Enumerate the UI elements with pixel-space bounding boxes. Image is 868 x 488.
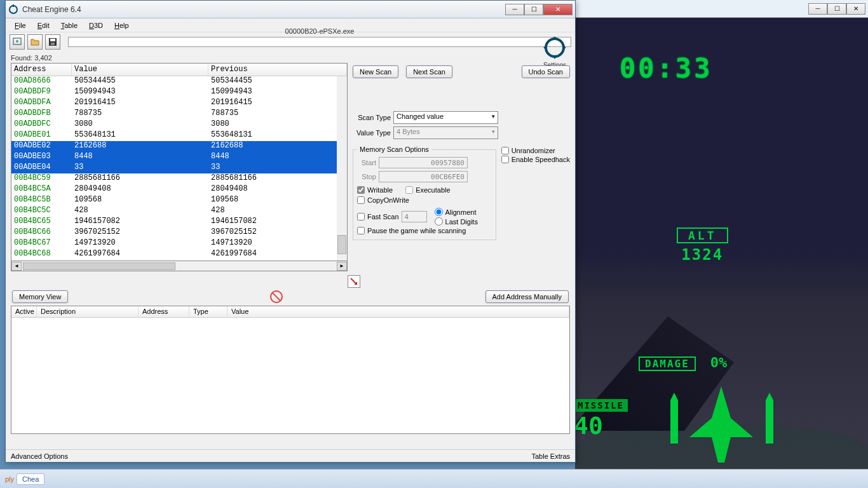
table-row[interactable]: 00ADBE0221626882162688 [11, 141, 347, 152]
table-row[interactable]: 00B4BC5928856811662885681166 [11, 173, 347, 184]
col-type[interactable]: Type [189, 306, 227, 317]
advanced-options-link[interactable]: Advanced Options [11, 452, 68, 460]
value-type-label: Value Type [353, 129, 391, 137]
forbidden-icon[interactable] [270, 290, 283, 303]
svg-point-4 [16, 40, 18, 43]
game-viewport[interactable]: 00:33 ALT 1324 DAMAGE 0% MISSILE 40 [575, 18, 868, 488]
memory-view-button[interactable]: Memory View [12, 290, 68, 303]
game-missile: MISSILE 40 [575, 399, 628, 440]
minimize-button[interactable]: ─ [505, 4, 524, 15]
col-value[interactable]: Value [227, 306, 569, 317]
start-label: Start [357, 159, 376, 166]
table-row[interactable]: 00B4BC5C428428 [11, 206, 347, 217]
status-bar: Advanced Options Table Extras [6, 449, 575, 462]
col-active[interactable]: Active [11, 306, 37, 317]
results-table[interactable]: Address Value Previous 00AD8666505344455… [11, 63, 348, 261]
toolbar: 00000B20-ePSXe.exe [6, 32, 575, 51]
window-title: Cheat Engine 6.4 [22, 5, 505, 14]
jet-icon [689, 386, 753, 463]
table-row[interactable]: 00B4BC6639670251523967025152 [11, 227, 347, 238]
game-window: ─ ☐ ✕ 00:33 ALT 1324 DAMAGE 0% MISSILE 4… [575, 0, 868, 488]
writable-checkbox[interactable]: Writable [357, 186, 393, 194]
menu-edit[interactable]: Edit [32, 20, 55, 30]
unrandomizer-checkbox[interactable]: Unrandomizer [501, 147, 570, 154]
cheat-engine-window: Cheat Engine 6.4 ─ ☐ ✕ File Edit Table D… [5, 0, 576, 463]
table-row[interactable]: 00B4BC67149713920149713920 [11, 238, 347, 249]
executable-checkbox[interactable]: Executable [405, 186, 450, 194]
menu-file[interactable]: File [10, 20, 31, 30]
damage-label: DAMAGE [639, 356, 696, 371]
table-row[interactable]: 00ADBE0384488448 [11, 152, 347, 163]
table-row[interactable]: 00ADBDFC30803080 [11, 119, 347, 130]
taskbar-item[interactable]: ply [5, 475, 14, 483]
next-scan-button[interactable]: Next Scan [406, 65, 452, 78]
svg-rect-2 [13, 4, 14, 7]
value-type-select[interactable]: 4 Bytes [393, 126, 498, 139]
horizontal-scrollbar[interactable]: ◄► [11, 261, 348, 271]
add-address-manually-button[interactable]: Add Address Manually [485, 290, 569, 303]
open-process-button[interactable] [10, 34, 25, 50]
taskbar-item[interactable]: Chea [17, 473, 44, 485]
copyonwrite-checkbox[interactable]: CopyOnWrite [357, 196, 492, 204]
maximize-button[interactable]: ☐ [827, 3, 846, 15]
damage-value: 0% [710, 355, 728, 370]
col-previous[interactable]: Previous [208, 64, 347, 76]
mem-opts-title: Memory Scan Options [357, 146, 431, 153]
fast-scan-checkbox[interactable]: Fast Scan [357, 213, 399, 220]
ce-titlebar[interactable]: Cheat Engine 6.4 ─ ☐ ✕ [6, 1, 575, 18]
start-input[interactable] [379, 157, 468, 168]
close-button[interactable]: ✕ [846, 3, 865, 15]
missile-icon [766, 393, 773, 444]
alignment-radio[interactable]: Alignment [435, 208, 478, 216]
found-count: Found: 3,402 [11, 54, 570, 62]
ce-app-icon [8, 4, 18, 15]
svg-marker-0 [689, 386, 753, 463]
taskbar[interactable]: ply Chea [0, 469, 868, 488]
close-button[interactable]: ✕ [543, 4, 573, 15]
stop-input[interactable] [379, 171, 468, 182]
col-address[interactable]: Address [11, 64, 72, 76]
scan-results: Address Value Previous 00AD8666505344455… [11, 63, 348, 271]
table-row[interactable]: 00B4BC5B109568109568 [11, 195, 347, 206]
address-list-header: Active Description Address Type Value [11, 306, 569, 318]
table-row[interactable]: 00ADBE043333 [11, 163, 347, 173]
new-scan-button[interactable]: New Scan [353, 65, 398, 78]
speedhack-checkbox[interactable]: Enable Speedhack [501, 156, 570, 163]
table-row[interactable]: 00B4BC5A2804940828049408 [11, 184, 347, 195]
col-address[interactable]: Address [139, 306, 189, 317]
pause-game-checkbox[interactable]: Pause the game while scanning [357, 227, 492, 234]
table-header: Address Value Previous [11, 64, 347, 76]
missile-icon [670, 393, 678, 444]
scan-panel: New Scan Next Scan Undo Scan Scan Type C… [353, 63, 570, 271]
undo-scan-button[interactable]: Undo Scan [522, 65, 570, 78]
table-extras-link[interactable]: Table Extras [531, 452, 570, 460]
game-damage: DAMAGE 0% [639, 355, 727, 371]
missile-label: MISSILE [575, 399, 628, 412]
col-value[interactable]: Value [72, 64, 208, 76]
table-row[interactable]: 00ADBE01553648131553648131 [11, 130, 347, 141]
svg-rect-6 [50, 39, 55, 41]
table-row[interactable]: 00B4BC6519461570821946157082 [11, 217, 347, 227]
table-row[interactable]: 00AD8666505344455505344455 [11, 76, 347, 87]
last-digits-radio[interactable]: Last Digits [435, 217, 478, 226]
alt-label: ALT [677, 227, 728, 243]
process-name: 00000B20-ePSXe.exe [69, 27, 571, 35]
col-description[interactable]: Description [37, 306, 139, 317]
vertical-scrollbar[interactable] [337, 76, 347, 261]
minimize-button[interactable]: ─ [808, 3, 827, 15]
fast-scan-value[interactable] [402, 211, 427, 222]
scan-type-label: Scan Type [353, 114, 391, 121]
game-titlebar[interactable]: ─ ☐ ✕ [575, 0, 868, 18]
table-row[interactable]: 00ADBDFA201916415201916415 [11, 98, 347, 109]
open-file-button[interactable] [27, 34, 43, 50]
table-row[interactable]: 00B4BC6842619976844261997684 [11, 249, 347, 260]
scan-type-select[interactable]: Changed value [393, 111, 498, 124]
address-list[interactable]: Active Description Address Type Value [11, 306, 570, 434]
svg-rect-7 [51, 43, 55, 45]
save-button[interactable] [45, 34, 60, 50]
maximize-button[interactable]: ☐ [524, 4, 543, 15]
add-to-list-button[interactable] [348, 275, 360, 288]
table-row[interactable]: 00ADBDF9150994943150994943 [11, 87, 347, 98]
table-row[interactable]: 00ADBDFB788735788735 [11, 109, 347, 119]
game-altitude: ALT 1324 [677, 227, 728, 264]
